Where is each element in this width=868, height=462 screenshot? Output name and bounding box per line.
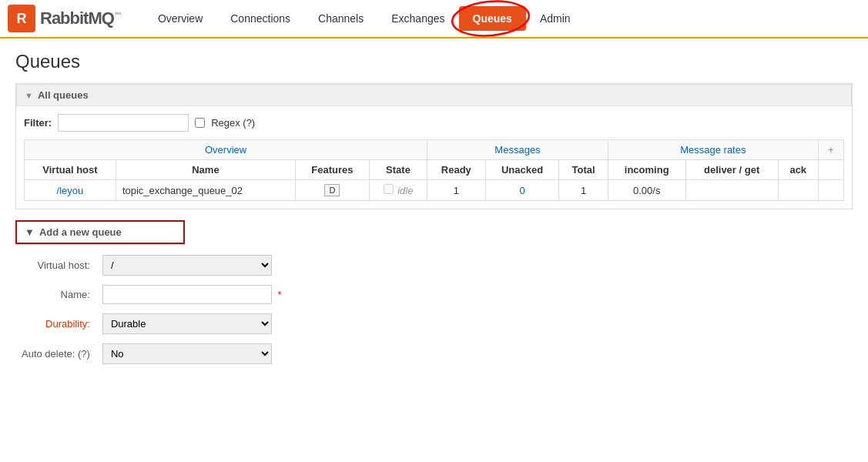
td-state: idle [369,180,427,201]
name-input[interactable] [102,285,272,304]
all-queues-label: All queues [38,89,89,101]
queues-table: Overview Messages Message rates + Virtua… [24,139,844,201]
td-extra [818,180,843,201]
add-queue-label: Add a new queue [39,226,122,238]
durability-cell: Durable Transient [96,309,288,339]
virtual-host-cell: / /leyou [96,250,288,280]
all-queues-arrow: ▼ [25,91,33,100]
regex-checkbox[interactable] [195,118,205,128]
all-queues-content: Filter: Regex (?) Overview Messages Mess… [16,106,852,209]
virtual-host-label: Virtual host: [15,250,96,280]
main-nav: Overview Connections Channels Exchanges … [144,6,585,31]
th-total: Total [559,160,608,180]
durability-row: Durability: Durable Transient [15,309,288,339]
filter-label: Filter: [24,117,52,129]
th-messages-group: Messages [427,140,608,160]
auto-delete-row: Auto delete: (?) No Yes [15,339,288,369]
add-queue-form: Virtual host: / /leyou Name: * Durabilit… [15,250,288,369]
th-vhost: Virtual host [25,160,116,180]
all-queues-section: ▼ All queues Filter: Regex (?) Overview … [15,83,853,209]
logo-text: RabbitMQ™ [40,8,121,28]
filter-input[interactable] [58,114,189,132]
td-vhost[interactable]: /leyou [25,180,116,201]
logo-tm: ™ [114,11,121,19]
required-star: * [278,289,282,300]
th-ready: Ready [427,160,485,180]
durability-select[interactable]: Durable Transient [102,313,272,334]
feature-badge-d: D [324,184,340,196]
regex-label: Regex (?) [211,117,255,129]
th-features: Features [296,160,370,180]
all-queues-header[interactable]: ▼ All queues [16,84,852,106]
th-overview-group: Overview [25,140,427,160]
auto-delete-label: Auto delete: (?) [15,339,96,369]
auto-delete-cell: No Yes [96,339,288,369]
th-state: State [369,160,427,180]
table-row: /leyou topic_exchange_queue_02 D idle 1 … [25,180,844,201]
add-column-button[interactable]: + [818,140,843,160]
state-checkbox [384,184,394,194]
th-name: Name [116,160,295,180]
name-label: Name: [15,280,96,309]
td-features: D [296,180,370,201]
th-plus-empty [818,160,843,180]
filter-row: Filter: Regex (?) [24,114,844,132]
th-unacked: Unacked [485,160,559,180]
th-incoming: incoming [608,160,685,180]
nav-queues[interactable]: Queues [459,6,526,31]
add-queue-header[interactable]: ▼ Add a new queue [15,220,185,244]
logo: R RabbitMQ™ [8,5,121,32]
add-queue-section: ▼ Add a new queue Virtual host: / /leyou… [15,220,853,369]
page-content: Queues ▼ All queues Filter: Regex (?) Ov… [0,38,868,381]
virtual-host-select[interactable]: / /leyou [102,255,272,276]
auto-delete-select[interactable]: No Yes [102,343,272,364]
nav-channels[interactable]: Channels [304,6,377,31]
state-label: idle [397,185,413,196]
th-deliver-get: deliver / get [685,160,778,180]
th-ack: ack [778,160,818,180]
td-incoming: 0.00/s [608,180,685,201]
nav-admin[interactable]: Admin [526,6,585,31]
th-message-rates-group: Message rates [608,140,818,160]
durability-label: Durability: [15,309,96,339]
virtual-host-row: Virtual host: / /leyou [15,250,288,280]
add-queue-arrow: ▼ [25,226,35,238]
nav-overview[interactable]: Overview [144,6,216,31]
td-total: 1 [559,180,608,201]
td-name[interactable]: topic_exchange_queue_02 [116,180,295,201]
name-row: Name: * [15,280,288,309]
nav-exchanges[interactable]: Exchanges [377,6,458,31]
name-cell: * [96,280,288,309]
nav-connections[interactable]: Connections [216,6,304,31]
td-deliver-get [685,180,778,201]
page-title: Queues [15,51,853,72]
header: R RabbitMQ™ Overview Connections Channel… [0,0,868,38]
td-ack [778,180,818,201]
td-ready: 1 [427,180,485,201]
td-unacked: 0 [485,180,559,201]
logo-icon: R [8,5,35,32]
